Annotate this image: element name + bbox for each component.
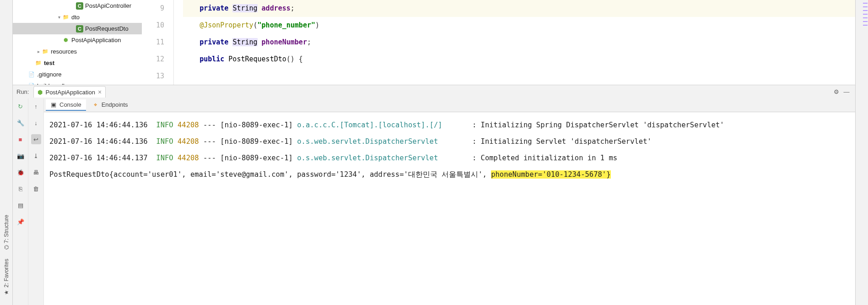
spring-icon: ⬢ (62, 37, 70, 44)
tree-row[interactable]: CPostApiController (13, 0, 142, 11)
code-line[interactable]: private String address; (183, 0, 855, 17)
stop-button[interactable]: ■ (16, 134, 26, 144)
tree-row[interactable]: 📄.gitignore (13, 69, 142, 80)
editor-gutter[interactable]: 910111213 (142, 0, 174, 85)
chevron-icon[interactable] (56, 37, 62, 44)
log-line: 2021-07-16 14:46:44.137 INFO 44208 --- [… (49, 150, 850, 166)
console-output[interactable]: 2021-07-16 14:46:44.136 INFO 44208 --- [… (44, 112, 855, 305)
tab-console[interactable]: ▣ Console (46, 99, 86, 111)
tree-row[interactable]: ⬢PostApiApplication (13, 34, 142, 46)
code-editor[interactable]: 910111213 private String address; @JsonP… (142, 0, 855, 85)
run-toolwindow-header: Run: ⬢ PostApiApplication × ⚙ — (13, 85, 855, 98)
scroll-end-button[interactable]: ⤓ (31, 151, 41, 161)
tree-row[interactable]: ▸📁resources (13, 46, 142, 57)
chevron-icon[interactable] (22, 71, 28, 78)
clear-button[interactable]: 🗑 (31, 184, 41, 194)
code-line[interactable]: @JsonProperty("phone_number") (183, 17, 855, 34)
log-line: 2021-07-16 14:46:44.136 INFO 44208 --- [… (49, 117, 850, 133)
run-config-tab[interactable]: ⬢ PostApiApplication × (33, 86, 106, 98)
print-button[interactable]: 🖶 (31, 167, 41, 177)
spring-icon: ⬢ (38, 89, 43, 96)
structure-tool-button[interactable]: ⌬ 7: Structure (3, 215, 10, 250)
project-tree[interactable]: CPostApiController▾📁dtoCPostRequestDto⬢P… (13, 0, 142, 85)
right-tool-rail (855, 0, 868, 305)
favorites-label: 2: Favorites (3, 259, 10, 288)
code-line[interactable]: public PostRequestDto() { (183, 51, 855, 68)
exit-button[interactable]: ⎘ (16, 184, 26, 194)
soft-wrap-button[interactable]: ↩ (31, 134, 41, 144)
layers-button[interactable]: ▤ (16, 200, 26, 210)
close-icon[interactable]: × (98, 88, 102, 96)
tree-item-label: PostApiApplication (71, 37, 121, 44)
chevron-icon[interactable] (70, 26, 76, 32)
file-icon: 📄 (28, 71, 35, 78)
tree-row[interactable]: 📁test (13, 57, 142, 69)
chevron-icon[interactable] (70, 3, 76, 9)
scroll-down-button[interactable]: ↓ (31, 118, 41, 128)
class-icon: C (76, 2, 83, 10)
run-toolbar-primary: ↻ 🔧 ■ 📷 🐞 ⎘ ▤ 📌 (13, 98, 28, 305)
folder-icon: 📁 (42, 48, 49, 55)
run-main-area: ▣ Console ⌖ Endpoints 2021-07-16 14:46:4… (44, 98, 855, 305)
tree-item-label: test (44, 60, 54, 66)
tree-item-label: PostRequestDto (85, 25, 129, 32)
log-object-line: PostRequestDto{account='user01', email='… (49, 166, 850, 183)
pin-button[interactable]: 📌 (16, 217, 26, 227)
chevron-icon[interactable]: ▸ (35, 49, 42, 55)
folder-icon: 📁 (35, 60, 42, 67)
endpoints-tab-label: Endpoints (102, 101, 128, 108)
run-subtabs: ▣ Console ⌖ Endpoints (44, 98, 855, 112)
star-icon: ★ (3, 289, 10, 296)
bug-button[interactable]: 🐞 (16, 167, 26, 177)
structure-icon: ⌬ (4, 244, 9, 251)
tree-row[interactable]: CPostRequestDto (13, 23, 142, 34)
run-tab-label: PostApiApplication (45, 89, 95, 96)
gear-icon[interactable]: ⚙ (831, 87, 841, 97)
endpoints-icon: ⌖ (92, 102, 99, 108)
run-toolwindow-body: ↻ 🔧 ■ 📷 🐞 ⎘ ▤ 📌 ↑ ↓ ↩ ⤓ 🖶 🗑 ▣ Console ⌖ … (13, 98, 855, 305)
scroll-up-button[interactable]: ↑ (31, 101, 41, 111)
chevron-icon[interactable]: ▾ (56, 14, 62, 21)
tree-row[interactable]: 📄build.gradle (13, 80, 142, 85)
editor-code-area[interactable]: private String address; @JsonProperty("p… (174, 0, 855, 85)
run-toolbar-secondary: ↑ ↓ ↩ ⤓ 🖶 🗑 (28, 98, 44, 305)
camera-button[interactable]: 📷 (16, 151, 26, 161)
favorites-tool-button[interactable]: ★ 2: Favorites (3, 259, 10, 296)
tree-item-label: PostApiController (85, 2, 131, 9)
error-stripe[interactable] (863, 0, 868, 28)
tree-row[interactable]: ▾📁dto (13, 11, 142, 23)
code-line[interactable]: private String phoneNumber; (183, 34, 855, 51)
log-line: 2021-07-16 14:46:44.136 INFO 44208 --- [… (49, 133, 850, 150)
wrench-button[interactable]: 🔧 (16, 118, 26, 128)
tree-item-label: resources (51, 48, 77, 55)
tab-endpoints[interactable]: ⌖ Endpoints (88, 99, 133, 111)
tree-item-label: dto (71, 14, 80, 21)
rerun-button[interactable]: ↻ (16, 101, 26, 111)
structure-label: 7: Structure (3, 215, 10, 243)
folder-icon: 📁 (62, 14, 70, 21)
console-tab-label: Console (59, 101, 81, 108)
console-icon: ▣ (50, 102, 57, 108)
class-icon: C (76, 25, 83, 33)
run-label: Run: (16, 88, 29, 95)
chevron-icon[interactable] (28, 60, 35, 66)
tree-item-label: .gitignore (37, 71, 61, 78)
hide-icon[interactable]: — (841, 87, 852, 97)
left-tool-rail: ⌬ 7: Structure ★ 2: Favorites (0, 0, 13, 305)
